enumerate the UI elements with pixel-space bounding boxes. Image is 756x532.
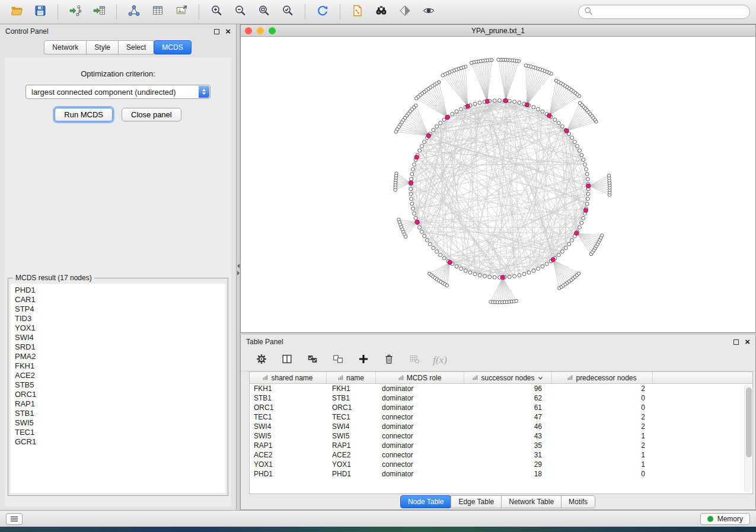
delete-column-icon bbox=[383, 353, 395, 367]
close-panel-button[interactable]: Close panel bbox=[122, 108, 181, 121]
table-settings-gear-button[interactable] bbox=[254, 352, 269, 368]
tab-network[interactable]: Network bbox=[44, 40, 87, 55]
mcds-result-item[interactable]: YOX1 bbox=[15, 323, 225, 333]
main-toolbar bbox=[0, 0, 756, 24]
table-row[interactable]: STB1STB1dominator620 bbox=[250, 393, 752, 403]
mcds-result-list[interactable]: PHD1CAR1STP4TID3YOX1SWI4SRD1PMA2FKH1ACE2… bbox=[11, 284, 225, 493]
mcds-result-item[interactable]: GCR1 bbox=[15, 437, 225, 447]
column-header-shared-name[interactable]: shared name bbox=[250, 372, 327, 383]
mcds-result-item[interactable]: STB5 bbox=[15, 380, 225, 390]
window-maximize-button[interactable] bbox=[269, 27, 276, 34]
apply-style-button[interactable] bbox=[394, 2, 416, 21]
search-network-button[interactable] bbox=[371, 2, 392, 21]
network-canvas[interactable] bbox=[241, 37, 755, 332]
column-header-name[interactable]: name bbox=[327, 372, 376, 383]
expand-right-icon[interactable] bbox=[237, 271, 240, 275]
table-row[interactable]: ORC1ORC1dominator610 bbox=[250, 403, 752, 412]
table-cell: 1 bbox=[552, 432, 653, 440]
mcds-result-item[interactable]: TID3 bbox=[15, 314, 225, 323]
show-graphics-details-button[interactable] bbox=[418, 2, 439, 21]
close-table-panel-icon[interactable]: × bbox=[745, 339, 750, 345]
table-row[interactable]: RAP1RAP1dominator352 bbox=[250, 441, 752, 450]
show-panels-button[interactable] bbox=[6, 513, 23, 525]
table-row[interactable]: TEC1TEC1connector472 bbox=[250, 412, 752, 422]
tab-select[interactable]: Select bbox=[118, 40, 154, 55]
table-cell: 2 bbox=[552, 441, 653, 450]
table-cell: 2 bbox=[552, 422, 653, 431]
mcds-result-item[interactable]: TEC1 bbox=[15, 428, 225, 437]
search-box[interactable] bbox=[578, 5, 750, 19]
save-session-button[interactable] bbox=[30, 2, 51, 21]
table-row[interactable]: ACE2ACE2connector311 bbox=[250, 450, 752, 460]
select-all-icon bbox=[307, 353, 318, 367]
table-row[interactable]: SWI5SWI5connector431 bbox=[250, 431, 752, 441]
tab-motifs[interactable]: Motifs bbox=[561, 495, 595, 508]
column-header-predecessor-nodes[interactable]: predecessor nodes bbox=[552, 372, 653, 383]
float-panel-icon[interactable] bbox=[214, 29, 219, 34]
delete-column-button[interactable] bbox=[381, 352, 397, 368]
new-table-button[interactable] bbox=[147, 2, 168, 21]
table-row[interactable]: FKH1FKH1dominator962 bbox=[250, 384, 752, 393]
table-scrollbar[interactable] bbox=[744, 384, 752, 492]
add-column-button[interactable] bbox=[356, 352, 371, 368]
deselect-all-button[interactable] bbox=[330, 352, 346, 368]
mcds-result-item[interactable]: STB1 bbox=[15, 409, 225, 418]
import-network-button[interactable] bbox=[65, 2, 86, 21]
mcds-result-item[interactable]: SRD1 bbox=[15, 342, 225, 352]
open-folder-button[interactable] bbox=[6, 2, 27, 21]
window-close-button[interactable] bbox=[245, 27, 252, 34]
table-cell: 31 bbox=[464, 451, 552, 459]
select-all-button[interactable] bbox=[305, 352, 320, 368]
float-table-panel-icon[interactable] bbox=[733, 339, 739, 345]
column-header-successor-nodes[interactable]: successor nodes bbox=[464, 372, 552, 383]
refresh-layout-button[interactable] bbox=[312, 2, 333, 21]
memory-button[interactable]: Memory bbox=[700, 513, 750, 525]
column-header-MCDS-role[interactable]: MCDS role bbox=[376, 372, 464, 383]
export-image-button[interactable] bbox=[171, 2, 192, 21]
table-cell: connector bbox=[376, 432, 464, 440]
table-cell: connector bbox=[376, 451, 464, 459]
search-input[interactable] bbox=[596, 8, 744, 16]
zoom-fit-button[interactable] bbox=[253, 2, 275, 21]
table-cell: 43 bbox=[464, 432, 552, 440]
application-window: Control Panel × NetworkStyleSelectMCDS O… bbox=[0, 0, 756, 532]
zoom-out-button[interactable] bbox=[229, 2, 251, 21]
window-minimize-button[interactable] bbox=[257, 27, 264, 34]
zoom-selected-button[interactable] bbox=[277, 2, 298, 21]
tab-edge-table[interactable]: Edge Table bbox=[451, 495, 502, 508]
table-cell: dominator bbox=[376, 384, 464, 393]
mcds-result-item[interactable]: RAP1 bbox=[15, 399, 225, 409]
mcds-result-item[interactable]: SWI5 bbox=[15, 418, 225, 428]
mcds-result-item[interactable]: STP4 bbox=[15, 305, 225, 314]
mcds-result-item[interactable]: ACE2 bbox=[15, 371, 225, 380]
table-scrollbar-thumb[interactable] bbox=[746, 387, 752, 457]
mcds-result-item[interactable]: CAR1 bbox=[15, 295, 225, 305]
table-row[interactable]: SWI4SWI4dominator462 bbox=[250, 422, 752, 431]
mcds-result-item[interactable]: SWI4 bbox=[15, 333, 225, 342]
mcds-result-item[interactable]: FKH1 bbox=[15, 361, 225, 371]
import-table-button[interactable] bbox=[88, 2, 110, 21]
tab-node-table[interactable]: Node Table bbox=[400, 495, 452, 508]
table-cell: 47 bbox=[464, 413, 552, 421]
split-panel-button[interactable] bbox=[279, 352, 295, 368]
apply-style-icon bbox=[398, 4, 412, 20]
tab-mcds[interactable]: MCDS bbox=[154, 40, 191, 55]
mcds-result-item[interactable]: ORC1 bbox=[15, 390, 225, 399]
control-panel-tabs: NetworkStyleSelectMCDS bbox=[0, 39, 236, 56]
zoom-in-button[interactable] bbox=[206, 2, 227, 21]
list-icon bbox=[10, 514, 18, 524]
new-network-button[interactable] bbox=[123, 2, 145, 21]
mcds-result-item[interactable]: PMA2 bbox=[15, 352, 225, 361]
panel-splitter[interactable] bbox=[237, 24, 240, 510]
mcds-result-item[interactable]: PHD1 bbox=[15, 286, 225, 295]
close-panel-icon[interactable]: × bbox=[225, 28, 231, 34]
network-from-selection-button[interactable] bbox=[347, 2, 368, 21]
tab-network-table[interactable]: Network Table bbox=[501, 495, 562, 508]
criterion-dropdown[interactable]: largest connected component (undirected) bbox=[25, 85, 210, 99]
table-row[interactable]: YOX1YOX1connector291 bbox=[250, 460, 752, 469]
run-mcds-button[interactable]: Run MCDS bbox=[55, 108, 113, 121]
table-row[interactable]: PHD1PHD1dominator180 bbox=[250, 469, 752, 479]
tab-style[interactable]: Style bbox=[86, 40, 119, 55]
collapse-left-icon[interactable] bbox=[237, 264, 240, 268]
dropdown-stepper-icon bbox=[199, 86, 209, 98]
